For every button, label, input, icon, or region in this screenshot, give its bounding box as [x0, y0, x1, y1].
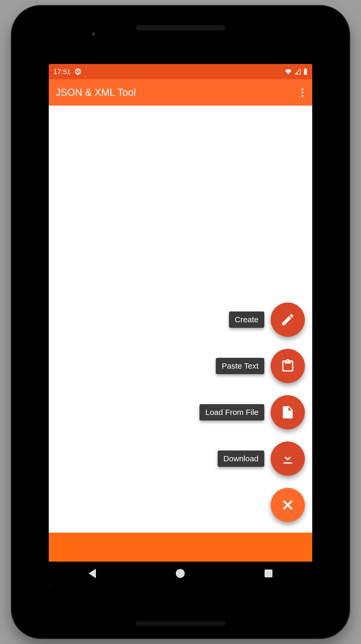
fab-item-close[interactable]: [271, 488, 305, 522]
download-fab[interactable]: [271, 442, 305, 476]
cell-signal-icon: [294, 68, 301, 75]
fab-label-download: Download: [218, 450, 264, 467]
fab-item-create[interactable]: Create: [229, 303, 305, 337]
fab-item-paste[interactable]: Paste Text: [216, 349, 305, 383]
paste-fab[interactable]: [271, 349, 305, 383]
nav-home-button[interactable]: [176, 569, 185, 578]
fab-menu: Create Paste Text Load From File: [199, 303, 305, 522]
load-file-fab[interactable]: [271, 395, 305, 429]
fab-item-download[interactable]: Download: [218, 442, 305, 476]
download-icon: [280, 451, 295, 466]
sync-off-icon: [74, 68, 82, 75]
phone-frame: 17:51 JSON & XML Tool: [12, 6, 349, 638]
create-fab[interactable]: [271, 303, 305, 337]
nav-back-button[interactable]: [89, 569, 96, 578]
svg-rect-1: [304, 69, 307, 75]
overflow-menu-button[interactable]: [299, 88, 305, 97]
status-time: 17:51: [53, 68, 71, 76]
fab-item-load[interactable]: Load From File: [199, 395, 305, 429]
main-content: Create Paste Text Load From File: [49, 106, 312, 533]
nav-recent-button[interactable]: [265, 569, 272, 577]
svg-rect-2: [305, 68, 306, 69]
fab-label-paste: Paste Text: [216, 358, 264, 374]
fab-label-load: Load From File: [199, 404, 264, 420]
front-camera: [91, 31, 96, 37]
status-bar: 17:51: [49, 64, 312, 79]
app-bar: JSON & XML Tool: [49, 79, 312, 106]
app-title: JSON & XML Tool: [56, 87, 136, 98]
bottom-bar: [49, 533, 312, 562]
android-nav-bar: [49, 562, 312, 585]
pencil-icon: [280, 312, 295, 327]
battery-icon: [303, 68, 308, 75]
close-icon: [280, 498, 295, 512]
wifi-icon: [284, 68, 292, 75]
file-icon: [280, 405, 295, 420]
bottom-speaker: [136, 621, 225, 626]
fab-label-create: Create: [229, 311, 264, 328]
close-fab[interactable]: [271, 488, 305, 522]
clipboard-icon: [280, 359, 295, 373]
screen: 17:51 JSON & XML Tool: [49, 64, 312, 585]
